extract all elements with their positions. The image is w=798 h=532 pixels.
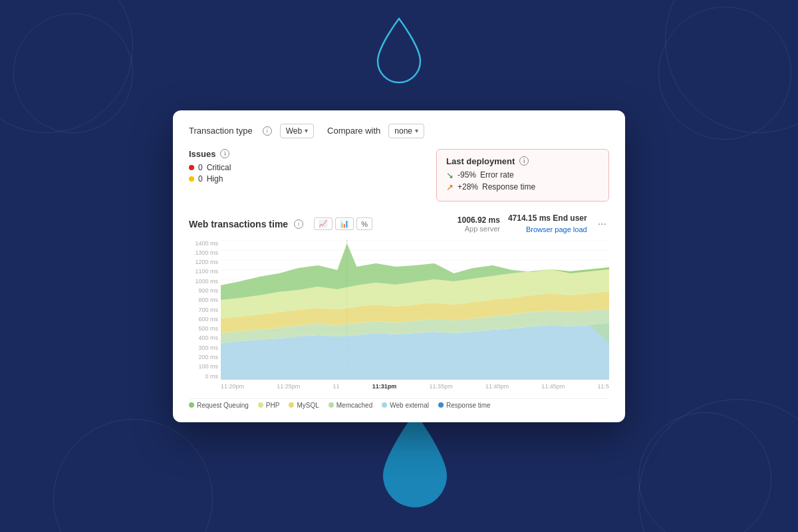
x-label-11: 11 xyxy=(333,383,340,390)
high-dot xyxy=(189,176,194,182)
error-rate-item: ↘ -95% Error rate xyxy=(446,170,599,180)
chart-legend: Request Queuing PHP MySQL Memcached Web … xyxy=(189,398,609,409)
high-issue: 0 High xyxy=(189,174,426,184)
transaction-type-chevron-icon: ▾ xyxy=(305,127,308,134)
x-label-1131: 11:31pm xyxy=(372,383,397,390)
legend-dot-memcached xyxy=(329,402,334,408)
response-time-arrow-icon: ↗ xyxy=(446,182,454,192)
legend-dot-response-time xyxy=(438,402,444,408)
chart-controls: 📈 📊 % xyxy=(314,217,372,230)
bar-chart-button[interactable]: 📊 xyxy=(335,217,354,230)
legend-dot-request-queuing xyxy=(189,402,194,408)
y-label-300: 300 ms xyxy=(189,344,221,351)
app-server-value: 1006.92 ms xyxy=(458,215,500,225)
legend-dot-mysql xyxy=(289,402,294,408)
error-rate-label: Error rate xyxy=(480,170,514,180)
deployment-panel: Last deployment i ↘ -95% Error rate ↗ +2… xyxy=(436,149,609,201)
high-count: 0 xyxy=(198,174,203,184)
compare-chevron-icon: ▾ xyxy=(415,127,418,134)
legend-label-request-queuing: Request Queuing xyxy=(197,402,249,409)
legend-mysql: MySQL xyxy=(289,402,319,409)
critical-dot xyxy=(189,165,194,170)
chart-info-icon[interactable]: i xyxy=(294,219,303,229)
legend-label-response-time: Response time xyxy=(446,402,491,409)
x-label-1140: 11:40pm xyxy=(485,383,509,390)
compare-with-value: none xyxy=(394,126,412,136)
legend-dot-web-external xyxy=(382,402,387,408)
percent-chart-button[interactable]: % xyxy=(356,217,372,230)
response-time-item: ↗ +28% Response time xyxy=(446,182,599,192)
main-card: Transaction type i Web ▾ Compare with no… xyxy=(173,110,625,422)
compare-with-dropdown[interactable]: none ▾ xyxy=(388,124,424,138)
chart-header: Web transactions time i 📈 📊 % 1006.92 ms… xyxy=(189,213,609,235)
transaction-type-dropdown[interactable]: Web ▾ xyxy=(280,124,314,138)
error-rate-arrow-icon: ↘ xyxy=(446,170,454,180)
chart-y-axis: 0 ms 100 ms 200 ms 300 ms 400 ms 500 ms … xyxy=(189,240,221,380)
legend-label-web-external: Web external xyxy=(390,402,429,409)
y-label-900: 900 ms xyxy=(189,287,221,294)
x-label-115: 11:5 xyxy=(597,383,609,390)
line-chart-button[interactable]: 📈 xyxy=(314,217,332,230)
y-label-1100: 1100 ms xyxy=(189,268,221,275)
deployment-title: Last deployment i xyxy=(446,156,599,166)
legend-php: PHP xyxy=(258,402,280,409)
high-label: High xyxy=(207,174,223,184)
y-label-700: 700 ms xyxy=(189,307,221,313)
error-rate-value: -95% xyxy=(458,170,476,180)
transaction-type-info-icon[interactable]: i xyxy=(263,126,272,136)
toolbar: Transaction type i Web ▾ Compare with no… xyxy=(189,124,609,138)
browser-page-load-link[interactable]: Browser page load xyxy=(526,225,587,233)
critical-issue: 0 Critical xyxy=(189,163,426,172)
response-time-value: +28% xyxy=(458,182,478,192)
x-axis-labels: 11:20pm 11:25pm 11 11:31pm 11:35pm 11:40… xyxy=(221,380,609,393)
legend-response-time: Response time xyxy=(438,402,491,409)
legend-web-external: Web external xyxy=(382,402,429,409)
y-label-500: 500 ms xyxy=(189,325,221,332)
legend-label-php: PHP xyxy=(266,402,280,409)
response-time-label: Response time xyxy=(482,182,535,192)
chart-section: Web transactions time i 📈 📊 % 1006.92 ms… xyxy=(189,213,609,409)
app-server-stat: 1006.92 ms App server xyxy=(458,215,500,233)
x-label-1145: 11:45pm xyxy=(541,383,565,390)
x-label-1125: 11:25pm xyxy=(277,383,300,390)
y-label-400: 400 ms xyxy=(189,334,221,341)
app-server-label: App server xyxy=(458,225,500,233)
y-label-200: 200 ms xyxy=(189,354,221,360)
transaction-type-value: Web xyxy=(286,126,302,136)
y-label-1200: 1200 ms xyxy=(189,259,221,265)
y-label-600: 600 ms xyxy=(189,316,221,323)
legend-label-memcached: Memcached xyxy=(336,402,372,409)
y-label-0: 0 ms xyxy=(189,373,221,380)
legend-memcached: Memcached xyxy=(329,402,372,409)
issues-info-icon[interactable]: i xyxy=(220,149,229,158)
x-label-1135: 11:35pm xyxy=(430,383,453,390)
critical-label: Critical xyxy=(207,163,231,172)
transaction-type-label: Transaction type xyxy=(189,126,253,136)
y-label-1000: 1000 ms xyxy=(189,278,221,285)
compare-with-label: Compare with xyxy=(327,126,380,136)
end-user-stat: 4714.15 ms End user Browser page load xyxy=(508,213,587,235)
critical-count: 0 xyxy=(198,163,203,172)
y-label-1400: 1400 ms xyxy=(189,240,221,247)
issues-panel: Issues i 0 Critical 0 High xyxy=(189,149,426,201)
deployment-info-icon[interactable]: i xyxy=(519,156,529,166)
chart-svg xyxy=(221,240,609,380)
x-label-1120: 11:20pm xyxy=(221,383,244,390)
legend-request-queuing: Request Queuing xyxy=(189,402,249,409)
info-row: Issues i 0 Critical 0 High Last deployme… xyxy=(189,149,609,201)
y-label-100: 100 ms xyxy=(189,363,221,370)
chart-container: 0 ms 100 ms 200 ms 300 ms 400 ms 500 ms … xyxy=(189,240,609,393)
y-label-800: 800 ms xyxy=(189,297,221,303)
y-label-1300: 1300 ms xyxy=(189,249,221,256)
issues-title: Issues i xyxy=(189,149,426,159)
more-options-button[interactable]: ··· xyxy=(595,217,609,231)
legend-label-mysql: MySQL xyxy=(297,402,319,409)
legend-dot-php xyxy=(258,402,263,408)
end-user-value: 4714.15 ms End user xyxy=(508,213,587,223)
chart-title: Web transactions time xyxy=(189,219,288,229)
